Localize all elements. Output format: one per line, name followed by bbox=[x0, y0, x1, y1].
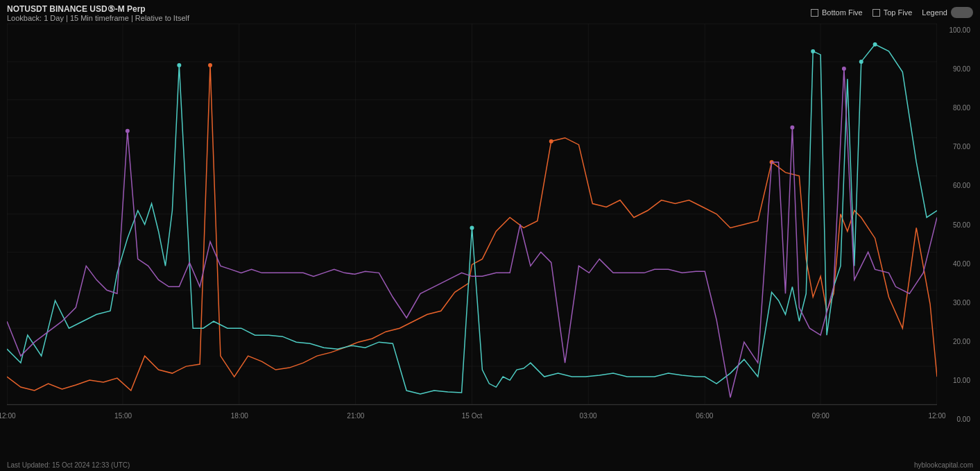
cyan-dot bbox=[470, 225, 474, 230]
y-label-90: 90.00 bbox=[938, 65, 973, 73]
purple-dot bbox=[126, 129, 130, 133]
y-label-50: 50.00 bbox=[938, 221, 973, 229]
purple-dot bbox=[790, 126, 794, 130]
x-label-12end: 12:00 bbox=[928, 412, 945, 420]
legend-toggle[interactable] bbox=[951, 7, 973, 18]
y-axis-labels: 0.00 10.00 20.00 30.00 40.00 50.00 60.00… bbox=[938, 24, 973, 426]
cyan-dot bbox=[859, 60, 863, 64]
x-label-15: 15:00 bbox=[114, 412, 132, 420]
x-label-06: 06:00 bbox=[696, 412, 713, 420]
last-updated: Last Updated: 15 Oct 2024 12:33 (UTC) bbox=[7, 461, 130, 469]
orange-dot bbox=[208, 63, 212, 67]
y-label-10: 10.00 bbox=[938, 377, 973, 384]
brand: hyblookcapital.com bbox=[914, 461, 973, 469]
cyan-dot bbox=[177, 63, 181, 67]
bottom-five-label: Bottom Five bbox=[822, 8, 863, 17]
x-axis: 12:00 15:00 18:00 21:00 15 Oct 03:00 06:… bbox=[7, 405, 937, 426]
cyan-dot bbox=[811, 49, 815, 53]
footer: Last Updated: 15 Oct 2024 12:33 (UTC) hy… bbox=[7, 461, 973, 469]
y-label-100: 100.00 bbox=[938, 26, 973, 34]
legend-row: Bottom Five Top Five Legend bbox=[811, 7, 973, 18]
x-label-09: 09:00 bbox=[812, 412, 829, 420]
x-label-21: 21:00 bbox=[347, 412, 364, 420]
x-label-18: 18:00 bbox=[231, 412, 248, 420]
chart-area bbox=[7, 24, 937, 405]
legend-label-text: Legend bbox=[922, 8, 947, 17]
bottom-five-icon bbox=[811, 9, 818, 17]
y-label-70: 70.00 bbox=[938, 143, 973, 151]
legend-top-five: Top Five bbox=[872, 8, 913, 17]
x-label-03: 03:00 bbox=[580, 412, 597, 420]
legend-label-item: Legend bbox=[922, 7, 973, 18]
orange-dot bbox=[549, 139, 553, 144]
x-label-12: 12:00 bbox=[0, 412, 16, 420]
x-label-15oct: 15 Oct bbox=[462, 412, 482, 420]
chart-container: 0.00 10.00 20.00 30.00 40.00 50.00 60.00… bbox=[7, 24, 973, 426]
top-five-icon bbox=[872, 9, 880, 17]
y-label-30: 30.00 bbox=[938, 299, 973, 307]
legend-bottom-five: Bottom Five bbox=[811, 8, 863, 17]
y-label-80: 80.00 bbox=[938, 104, 973, 112]
y-label-40: 40.00 bbox=[938, 260, 973, 268]
y-label-60: 60.00 bbox=[938, 182, 973, 189]
cyan-dot bbox=[873, 42, 877, 46]
top-five-label: Top Five bbox=[884, 8, 913, 17]
y-label-20: 20.00 bbox=[938, 338, 973, 345]
chart-svg bbox=[7, 24, 937, 404]
purple-dot bbox=[842, 67, 846, 71]
